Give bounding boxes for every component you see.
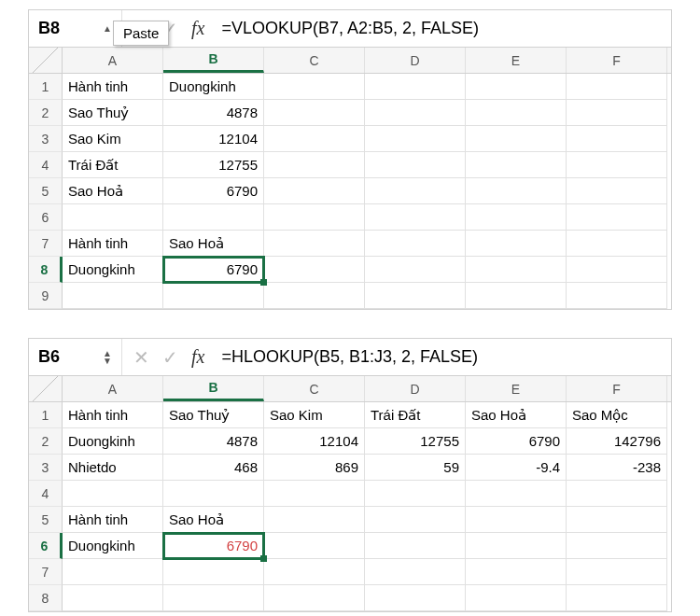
fx-icon[interactable]: fx bbox=[191, 18, 204, 39]
cell-D6[interactable] bbox=[365, 204, 466, 231]
cell-B8[interactable]: 6790 bbox=[163, 257, 264, 283]
cell-B2[interactable]: 4878 bbox=[163, 100, 264, 126]
cell-E6[interactable] bbox=[466, 533, 567, 559]
cell-C4[interactable] bbox=[264, 152, 365, 178]
grid-1[interactable]: 1Hành tinhDuongkinh2Sao Thuỷ48783Sao Kim… bbox=[29, 74, 671, 309]
cell-B4[interactable] bbox=[163, 481, 264, 507]
cell-F5[interactable] bbox=[567, 507, 667, 533]
column-header-D[interactable]: D bbox=[365, 376, 466, 401]
row-header-1[interactable]: 1 bbox=[29, 402, 63, 428]
row-header-6[interactable]: 6 bbox=[29, 533, 63, 559]
column-header-D[interactable]: D bbox=[365, 48, 466, 73]
cell-C1[interactable] bbox=[264, 74, 365, 100]
cell-B7[interactable] bbox=[163, 559, 264, 585]
column-header-E[interactable]: E bbox=[466, 376, 567, 401]
row-header-3[interactable]: 3 bbox=[29, 126, 63, 152]
cell-E2[interactable] bbox=[466, 100, 567, 126]
cell-E3[interactable] bbox=[466, 126, 567, 152]
cell-B6[interactable] bbox=[163, 204, 264, 231]
cell-D1[interactable] bbox=[365, 74, 466, 100]
cell-C6[interactable] bbox=[264, 533, 365, 559]
column-header-C[interactable]: C bbox=[264, 48, 365, 73]
grid-2[interactable]: 1Hành tinhSao ThuỷSao KimTrái ĐấtSao Hoả… bbox=[29, 402, 671, 611]
cell-F2[interactable] bbox=[567, 100, 667, 126]
cell-A6[interactable] bbox=[63, 204, 163, 231]
row-header-4[interactable]: 4 bbox=[29, 152, 63, 178]
cell-A8[interactable] bbox=[63, 585, 163, 611]
cell-B3[interactable]: 468 bbox=[163, 455, 264, 481]
fx-icon[interactable]: fx bbox=[191, 346, 204, 368]
cell-C4[interactable] bbox=[264, 481, 365, 507]
cell-C3[interactable]: 869 bbox=[264, 455, 365, 481]
cell-D7[interactable] bbox=[365, 231, 466, 257]
cell-B2[interactable]: 4878 bbox=[163, 428, 264, 455]
cell-E5[interactable] bbox=[466, 507, 567, 533]
cell-D2[interactable] bbox=[365, 100, 466, 126]
cell-D8[interactable] bbox=[365, 585, 466, 611]
row-header-2[interactable]: 2 bbox=[29, 428, 63, 455]
cell-E7[interactable] bbox=[466, 231, 567, 257]
cell-F5[interactable] bbox=[567, 178, 667, 204]
row-header-4[interactable]: 4 bbox=[29, 481, 63, 507]
cell-A5[interactable]: Hành tinh bbox=[63, 507, 163, 533]
cell-E8[interactable] bbox=[466, 257, 567, 283]
row-header-2[interactable]: 2 bbox=[29, 100, 63, 126]
row-header-6[interactable]: 6 bbox=[29, 204, 63, 231]
name-box-spinner-icon[interactable]: ▲▼ bbox=[103, 350, 112, 365]
paste-tooltip[interactable]: Paste bbox=[113, 21, 169, 46]
cell-E7[interactable] bbox=[466, 559, 567, 585]
cell-E5[interactable] bbox=[466, 178, 567, 204]
row-header-7[interactable]: 7 bbox=[29, 231, 63, 257]
cell-A7[interactable] bbox=[63, 559, 163, 585]
column-header-F[interactable]: F bbox=[567, 48, 667, 73]
cell-D4[interactable] bbox=[365, 481, 466, 507]
cell-C1[interactable]: Sao Kim bbox=[264, 402, 365, 428]
cell-A1[interactable]: Hành tinh bbox=[63, 74, 163, 100]
row-header-5[interactable]: 5 bbox=[29, 507, 63, 533]
cell-A2[interactable]: Duongkinh bbox=[63, 428, 163, 455]
cell-C6[interactable] bbox=[264, 204, 365, 231]
cell-D4[interactable] bbox=[365, 152, 466, 178]
cell-E1[interactable] bbox=[466, 74, 567, 100]
cell-B8[interactable] bbox=[163, 585, 264, 611]
cell-F6[interactable] bbox=[567, 204, 667, 231]
select-all-corner[interactable] bbox=[29, 376, 63, 401]
cell-F7[interactable] bbox=[567, 231, 667, 257]
cell-E4[interactable] bbox=[466, 481, 567, 507]
cell-B6[interactable]: 6790 bbox=[163, 533, 264, 559]
cell-F3[interactable]: -238 bbox=[567, 455, 667, 481]
cell-D2[interactable]: 12755 bbox=[365, 428, 466, 455]
cell-F1[interactable]: Sao Mộc bbox=[567, 402, 667, 428]
cell-F4[interactable] bbox=[567, 481, 667, 507]
cell-A6[interactable]: Duongkinh bbox=[63, 533, 163, 559]
cell-E3[interactable]: -9.4 bbox=[466, 455, 567, 481]
column-header-B[interactable]: B bbox=[163, 48, 264, 73]
cell-C8[interactable] bbox=[264, 585, 365, 611]
cell-D5[interactable] bbox=[365, 178, 466, 204]
select-all-corner[interactable] bbox=[29, 48, 63, 73]
cell-C2[interactable]: 12104 bbox=[264, 428, 365, 455]
cell-B7[interactable]: Sao Hoả bbox=[163, 231, 264, 257]
cell-A7[interactable]: Hành tinh bbox=[63, 231, 163, 257]
cell-A3[interactable]: Sao Kim bbox=[63, 126, 163, 152]
cell-C2[interactable] bbox=[264, 100, 365, 126]
cell-A4[interactable] bbox=[63, 481, 163, 507]
cell-D1[interactable]: Trái Đất bbox=[365, 402, 466, 428]
cell-E2[interactable]: 6790 bbox=[466, 428, 567, 455]
cell-B3[interactable]: 12104 bbox=[163, 126, 264, 152]
row-header-3[interactable]: 3 bbox=[29, 455, 63, 481]
cell-C7[interactable] bbox=[264, 231, 365, 257]
cell-F8[interactable] bbox=[567, 257, 667, 283]
cell-B5[interactable]: Sao Hoả bbox=[163, 507, 264, 533]
cell-D3[interactable] bbox=[365, 126, 466, 152]
cell-E4[interactable] bbox=[466, 152, 567, 178]
cell-F1[interactable] bbox=[567, 74, 667, 100]
cell-D6[interactable] bbox=[365, 533, 466, 559]
formula-input[interactable] bbox=[216, 19, 671, 38]
row-header-9[interactable]: 9 bbox=[29, 283, 63, 309]
cell-F3[interactable] bbox=[567, 126, 667, 152]
cell-F2[interactable]: 142796 bbox=[567, 428, 667, 455]
cancel-icon[interactable]: ✕ bbox=[133, 346, 149, 369]
cell-D9[interactable] bbox=[365, 283, 466, 309]
cell-C7[interactable] bbox=[264, 559, 365, 585]
